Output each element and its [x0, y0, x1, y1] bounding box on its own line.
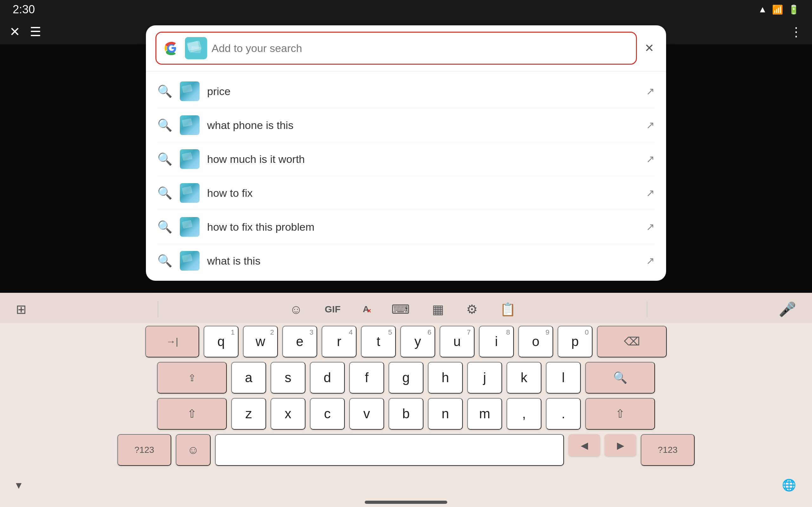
apps-button[interactable]: ⊞: [13, 299, 30, 320]
voice-button[interactable]: 🎤: [775, 298, 799, 321]
right-cursor-key[interactable]: ▶: [605, 434, 636, 456]
left-cursor-key[interactable]: ◀: [568, 434, 600, 456]
arrow-icon: ↗: [646, 221, 655, 233]
clear-button[interactable]: ✕: [642, 39, 657, 57]
key-l[interactable]: l: [546, 362, 581, 394]
arrow-icon: ↗: [646, 255, 655, 267]
emoji-key[interactable]: ☺: [176, 434, 211, 466]
globe-button[interactable]: 🌐: [779, 475, 799, 495]
toolbar-center: ☺ GIF A × ⌨ ▦ ⚙ 📋: [287, 299, 519, 320]
bg-nav-left: ✕ ☰: [9, 24, 41, 39]
status-icons: ▲ 📶 🔋: [758, 4, 799, 15]
nav-hint: [365, 501, 447, 504]
shift-right-key[interactable]: ⇧: [585, 398, 655, 430]
suggestion-text: how to fix: [207, 187, 639, 199]
key-h[interactable]: h: [428, 362, 463, 394]
suggestions-list: 🔍 price ↗ 🔍 what phone is this ↗ 🔍 how m…: [146, 71, 666, 281]
key-d[interactable]: d: [310, 362, 345, 394]
key-n[interactable]: n: [428, 398, 463, 430]
key-row-1: →| q1 w2 e3 r4 t5 y6 u7 i8 o9 p0 ⌫: [5, 326, 807, 357]
nav-bottom-bar: ▾ 🌐: [0, 473, 812, 498]
suggestion-thumb: [180, 149, 200, 169]
space-key[interactable]: [215, 434, 564, 466]
search-key[interactable]: 🔍: [585, 362, 655, 394]
key-comma[interactable]: ,: [507, 398, 542, 430]
toolbar-left: ⊞: [13, 299, 30, 320]
key-m[interactable]: m: [467, 398, 502, 430]
shift-left-key[interactable]: ⇧: [157, 398, 227, 430]
key-k[interactable]: k: [507, 362, 542, 394]
search-icon: 🔍: [157, 84, 172, 98]
more-vert-icon[interactable]: ⋮: [790, 24, 803, 39]
hide-keyboard-button[interactable]: ▾: [13, 475, 25, 495]
google-logo: [163, 39, 181, 57]
suggestion-text: price: [207, 85, 639, 98]
key-j[interactable]: j: [467, 362, 502, 394]
key-r[interactable]: r4: [322, 326, 357, 357]
status-bar: 2:30 ▲ 📶 🔋: [0, 0, 812, 19]
keyboard-toolbar: ⊞ ☺ GIF A × ⌨ ▦ ⚙ 📋 🎤: [0, 293, 812, 323]
suggestion-text: what is this: [207, 255, 639, 267]
search-icon: 🔍: [157, 186, 172, 200]
search-input[interactable]: [212, 42, 629, 55]
suggestion-item[interactable]: 🔍 what phone is this ↗: [146, 108, 666, 142]
keyboard-container: ⊞ ☺ GIF A × ⌨ ▦ ⚙ 📋 🎤 →| q1 w2 e3 r4: [0, 293, 812, 507]
key-e[interactable]: e3: [282, 326, 317, 357]
translate-button[interactable]: A ×: [360, 301, 372, 318]
suggestion-item[interactable]: 🔍 price ↗: [146, 74, 666, 108]
key-t[interactable]: t5: [361, 326, 396, 357]
suggestion-thumb: [180, 183, 200, 203]
key-i[interactable]: i8: [479, 326, 514, 357]
suggestion-thumb: [180, 251, 200, 271]
key-row-2: ⇪ a s d f g h j k l 🔍: [5, 362, 807, 394]
keyboard-switch-button[interactable]: ⌨: [388, 299, 413, 320]
key-row-3: ⇧ z x c v b n m , . ⇧: [5, 398, 807, 430]
key-z[interactable]: z: [231, 398, 266, 430]
numbers-key-right[interactable]: ?123: [641, 434, 695, 466]
search-icon: 🔍: [157, 118, 172, 132]
suggestion-item[interactable]: 🔍 how to fix this problem ↗: [146, 210, 666, 244]
toolbar-right: 🎤: [775, 298, 799, 321]
lens-modal: ✕ 🔍 price ↗ 🔍 what phone is this ↗ 🔍 how…: [146, 25, 666, 281]
search-icon: 🔍: [157, 220, 172, 234]
suggestion-thumb: [180, 81, 200, 101]
key-q[interactable]: q1: [204, 326, 239, 357]
key-row-bottom: ?123 ☺ ◀ ▶ ?123: [5, 434, 807, 466]
suggestion-thumb: [180, 115, 200, 135]
numbers-key-left[interactable]: ?123: [117, 434, 171, 466]
key-s[interactable]: s: [270, 362, 305, 394]
key-w[interactable]: w2: [243, 326, 278, 357]
arrow-icon: ↗: [646, 187, 655, 199]
suggestion-item[interactable]: 🔍 how much is it worth ↗: [146, 142, 666, 176]
search-icon: 🔍: [157, 152, 172, 166]
key-b[interactable]: b: [389, 398, 423, 430]
search-bar-inner[interactable]: [155, 32, 637, 65]
stickers-button[interactable]: ☺: [287, 299, 306, 320]
key-c[interactable]: c: [310, 398, 345, 430]
key-f[interactable]: f: [349, 362, 384, 394]
key-period[interactable]: .: [546, 398, 581, 430]
key-y[interactable]: y6: [400, 326, 435, 357]
key-v[interactable]: v: [349, 398, 384, 430]
toolbar-divider: [158, 301, 158, 317]
search-icon: 🔍: [157, 254, 172, 268]
tab-key[interactable]: →|: [145, 326, 199, 357]
caps-key[interactable]: ⇪: [157, 362, 227, 394]
suggestion-item[interactable]: 🔍 how to fix ↗: [146, 176, 666, 210]
menu-icon[interactable]: ☰: [30, 24, 41, 39]
suggestion-item[interactable]: 🔍 what is this ↗: [146, 244, 666, 278]
key-x[interactable]: x: [270, 398, 305, 430]
key-u[interactable]: u7: [440, 326, 474, 357]
gif-button[interactable]: GIF: [322, 301, 344, 318]
key-g[interactable]: g: [389, 362, 423, 394]
battery-icon: 🔋: [788, 4, 799, 15]
key-a[interactable]: a: [231, 362, 266, 394]
search-thumbnail: [185, 37, 207, 59]
key-p[interactable]: p0: [558, 326, 593, 357]
settings-button[interactable]: ⚙: [463, 299, 481, 320]
key-o[interactable]: o9: [518, 326, 553, 357]
backspace-key[interactable]: ⌫: [597, 326, 667, 357]
close-icon[interactable]: ✕: [9, 24, 20, 39]
clipboard-button[interactable]: 📋: [497, 299, 519, 320]
keyboard-alt-button[interactable]: ▦: [429, 299, 447, 320]
